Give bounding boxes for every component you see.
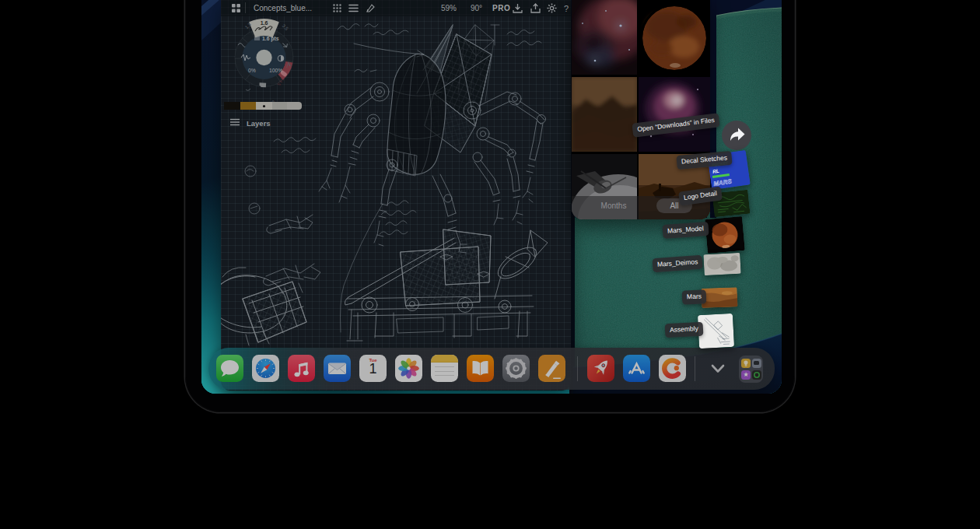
svg-text:RL: RL <box>712 168 720 174</box>
